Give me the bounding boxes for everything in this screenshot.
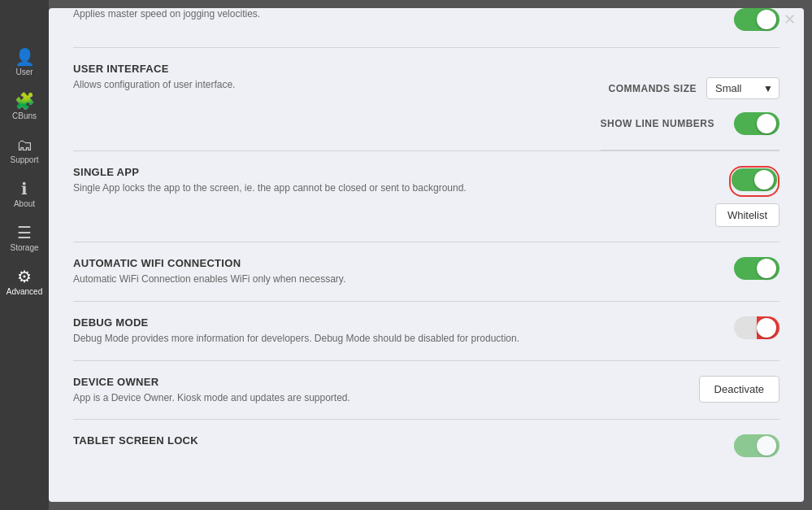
device-owner-control: Deactivate	[699, 376, 779, 403]
close-button[interactable]: ✕	[778, 8, 801, 31]
user-interface-info: USER INTERFACE Allows configuration of u…	[73, 63, 601, 92]
about-icon: ℹ	[21, 181, 28, 197]
sidebar-item-user[interactable]: 👤 User	[0, 41, 49, 85]
tablet-screen-lock-control	[734, 434, 779, 457]
user-icon: 👤	[15, 49, 35, 65]
deactivate-button[interactable]: Deactivate	[699, 376, 779, 403]
tablet-screen-lock-row: TABLET SCREEN LOCK	[73, 420, 779, 472]
storage-icon: ☰	[17, 224, 32, 241]
show-line-numbers-toggle-knob	[757, 114, 776, 133]
single-app-desc: Single App locks the app to the screen, …	[73, 181, 699, 195]
automatic-wifi-toggle[interactable]	[734, 257, 779, 280]
support-icon: 🗂	[16, 137, 33, 153]
debug-mode-desc: Debug Mode provides more information for…	[73, 332, 718, 346]
single-app-control: Whitelist	[715, 166, 779, 227]
debug-mode-row: DEBUG MODE Debug Mode provides more info…	[73, 302, 779, 361]
debug-mode-toggle-knob	[757, 318, 776, 338]
commands-size-select-wrap: Small Medium Large ▼	[706, 77, 779, 99]
show-line-numbers-toggle[interactable]	[734, 112, 779, 135]
automatic-wifi-title: AUTOMATIC WIFI CONNECTION	[73, 257, 718, 269]
sidebar-item-storage[interactable]: ☰ Storage	[0, 216, 49, 260]
tablet-screen-lock-toggle[interactable]	[734, 434, 779, 457]
jogging-velocities-toggle-wrap	[734, 8, 779, 34]
sidebar-item-cbuns[interactable]: 🧩 CBuns	[0, 85, 49, 129]
sidebar-label-support: Support	[10, 155, 38, 164]
jogging-velocities-toggle-knob	[757, 10, 776, 29]
sidebar-item-about[interactable]: ℹ About	[0, 172, 49, 216]
debug-mode-toggle[interactable]	[734, 316, 779, 339]
advanced-icon: ⚙	[17, 268, 32, 285]
automatic-wifi-info: AUTOMATIC WIFI CONNECTION Automatic WiFi…	[73, 257, 734, 286]
tablet-screen-lock-info: TABLET SCREEN LOCK	[73, 434, 734, 450]
jogging-velocities-row: Applies master speed on jogging velociti…	[73, 8, 779, 48]
single-app-title: SINGLE APP	[73, 166, 699, 178]
sidebar: 👤 User 🧩 CBuns 🗂 Support ℹ About ☰ Stora…	[0, 0, 49, 510]
jogging-velocities-toggle[interactable]	[734, 8, 779, 31]
automatic-wifi-desc: Automatic WiFi Connection enables WiFi o…	[73, 272, 718, 286]
settings-content: Applies master speed on jogging velociti…	[49, 8, 804, 502]
app-window: ✕ 👤 User 🧩 CBuns 🗂 Support ℹ About ☰ Sto…	[0, 0, 812, 510]
tablet-screen-lock-toggle-knob	[757, 436, 776, 456]
commands-size-select[interactable]: Small Medium Large	[706, 77, 779, 99]
debug-mode-control	[734, 316, 779, 339]
sidebar-label-user: User	[15, 68, 33, 76]
device-owner-desc: App is a Device Owner. Kiosk mode and up…	[73, 391, 683, 405]
sidebar-label-storage: Storage	[10, 243, 38, 252]
automatic-wifi-control	[734, 257, 779, 280]
device-owner-title: DEVICE OWNER	[73, 376, 683, 388]
debug-mode-title: DEBUG MODE	[73, 316, 718, 329]
whitelist-button[interactable]: Whitelist	[715, 203, 779, 227]
debug-mode-info: DEBUG MODE Debug Mode provides more info…	[73, 316, 734, 346]
tablet-screen-lock-title: TABLET SCREEN LOCK	[73, 434, 718, 447]
device-owner-info: DEVICE OWNER App is a Device Owner. Kios…	[73, 376, 699, 405]
jogging-velocities-desc: Applies master speed on jogging velociti…	[73, 8, 260, 20]
user-interface-row: USER INTERFACE Allows configuration of u…	[73, 48, 779, 151]
automatic-wifi-row: AUTOMATIC WIFI CONNECTION Automatic WiFi…	[73, 242, 779, 302]
single-app-toggle[interactable]	[732, 168, 777, 191]
show-line-numbers-row: SHOW LINE NUMBERS	[601, 106, 780, 150]
automatic-wifi-toggle-knob	[757, 259, 776, 278]
commands-size-row: COMMANDS SIZE Small Medium Large ▼	[609, 63, 780, 106]
user-interface-title: USER INTERFACE	[73, 63, 584, 75]
sidebar-label-about: About	[14, 199, 35, 208]
show-line-numbers-label: SHOW LINE NUMBERS	[601, 118, 715, 129]
single-app-toggle-knob	[754, 170, 774, 190]
commands-size-label: COMMANDS SIZE	[609, 83, 697, 94]
sidebar-item-advanced[interactable]: ⚙ Advanced	[0, 260, 49, 304]
main-content: Applies master speed on jogging velociti…	[49, 8, 804, 502]
single-app-row: SINGLE APP Single App locks the app to t…	[73, 151, 779, 242]
sidebar-label-advanced: Advanced	[7, 287, 42, 296]
cbuns-icon: 🧩	[15, 93, 35, 109]
sidebar-item-support[interactable]: 🗂 Support	[0, 129, 49, 172]
device-owner-row: DEVICE OWNER App is a Device Owner. Kios…	[73, 361, 779, 421]
ui-controls: COMMANDS SIZE Small Medium Large ▼ SH	[601, 63, 780, 150]
single-app-info: SINGLE APP Single App locks the app to t…	[73, 166, 715, 195]
single-app-toggle-highlight	[729, 166, 779, 197]
user-interface-desc: Allows configuration of user interface.	[73, 78, 584, 92]
sidebar-label-cbuns: CBuns	[12, 111, 37, 120]
